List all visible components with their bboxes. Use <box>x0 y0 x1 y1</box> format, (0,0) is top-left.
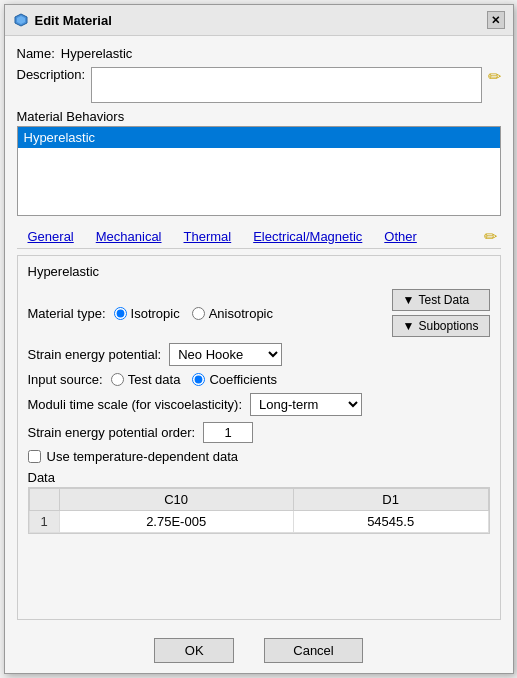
description-edit-icon[interactable]: ✏ <box>488 67 501 86</box>
strain-order-label: Strain energy potential order: <box>28 425 196 440</box>
input-source-label: Input source: <box>28 372 103 387</box>
anisotropic-label: Anisotropic <box>209 306 273 321</box>
description-row: Description: ✏ <box>17 67 501 103</box>
suboptions-label: Suboptions <box>418 319 478 333</box>
tab-general[interactable]: General <box>17 224 85 248</box>
name-value: Hyperelastic <box>61 46 133 61</box>
col-header-num <box>29 489 59 511</box>
bottom-buttons: OK Cancel <box>5 630 513 673</box>
anisotropic-option[interactable]: Anisotropic <box>192 306 273 321</box>
strain-order-input[interactable] <box>203 422 253 443</box>
cell-d1[interactable]: 54545.5 <box>293 511 488 533</box>
data-section-container: Data C10 D1 1 2 <box>28 470 490 534</box>
col-header-c10: C10 <box>59 489 293 511</box>
isotropic-radio[interactable] <box>114 307 127 320</box>
cell-c10[interactable]: 2.75E-005 <box>59 511 293 533</box>
test-data-label: Test Data <box>418 293 469 307</box>
test-data-arrow: ▼ <box>403 293 415 307</box>
description-label: Description: <box>17 67 86 82</box>
input-source-radios: Test data Coefficients <box>111 372 277 387</box>
temp-checkbox-label: Use temperature-dependent data <box>47 449 239 464</box>
coefficients-radio[interactable] <box>192 373 205 386</box>
test-data-option[interactable]: Test data <box>111 372 181 387</box>
material-type-row: Material type: Isotropic Anisotropic ▼ T… <box>28 289 490 337</box>
close-button[interactable]: ✕ <box>487 11 505 29</box>
anisotropic-radio[interactable] <box>192 307 205 320</box>
table-header-row: C10 D1 <box>29 489 488 511</box>
input-source-row: Input source: Test data Coefficients <box>28 372 490 387</box>
temp-checkbox[interactable] <box>28 450 41 463</box>
behaviors-list[interactable]: Hyperelastic <box>17 126 501 216</box>
behavior-item[interactable]: Hyperelastic <box>18 127 500 148</box>
strain-energy-row: Strain energy potential: Neo Hooke Moone… <box>28 343 490 366</box>
strain-order-row: Strain energy potential order: <box>28 422 490 443</box>
behaviors-section: Material Behaviors Hyperelastic <box>17 109 501 216</box>
tab-mechanical[interactable]: Mechanical <box>85 224 173 248</box>
ok-button[interactable]: OK <box>154 638 234 663</box>
isotropic-label: Isotropic <box>131 306 180 321</box>
dialog-icon <box>13 12 29 28</box>
hyperelastic-section: Hyperelastic Material type: Isotropic An… <box>17 255 501 620</box>
title-bar: Edit Material ✕ <box>5 5 513 36</box>
isotropic-option[interactable]: Isotropic <box>114 306 180 321</box>
tab-electrical-magnetic[interactable]: Electrical/Magnetic <box>242 224 373 248</box>
edit-material-dialog: Edit Material ✕ Name: Hyperelastic Descr… <box>4 4 514 674</box>
behaviors-label: Material Behaviors <box>17 109 501 124</box>
suboptions-button[interactable]: ▼ Suboptions <box>392 315 490 337</box>
dialog-body: Name: Hyperelastic Description: ✏ Materi… <box>5 36 513 630</box>
temp-checkbox-row: Use temperature-dependent data <box>28 449 490 464</box>
moduli-row: Moduli time scale (for viscoelasticity):… <box>28 393 490 416</box>
col-header-d1: D1 <box>293 489 488 511</box>
tab-thermal[interactable]: Thermal <box>173 224 243 248</box>
title-bar-left: Edit Material <box>13 12 112 28</box>
test-data-button[interactable]: ▼ Test Data <box>392 289 490 311</box>
suboptions-arrow: ▼ <box>403 319 415 333</box>
data-table-container: C10 D1 1 2.75E-005 54545.5 <box>28 487 490 534</box>
tabs-edit-icon[interactable]: ✏ <box>480 225 501 248</box>
strain-energy-select[interactable]: Neo Hooke Mooney-Rivlin Polynomial Ogden <box>169 343 282 366</box>
right-buttons: ▼ Test Data ▼ Suboptions <box>392 289 490 337</box>
coefficients-option[interactable]: Coefficients <box>192 372 277 387</box>
dialog-title: Edit Material <box>35 13 112 28</box>
cancel-button[interactable]: Cancel <box>264 638 362 663</box>
material-type-radios: Isotropic Anisotropic <box>114 306 273 321</box>
tabs-row: General Mechanical Thermal Electrical/Ma… <box>17 224 501 249</box>
test-data-radio-label: Test data <box>128 372 181 387</box>
description-input[interactable] <box>91 67 481 103</box>
row-number: 1 <box>29 511 59 533</box>
hyperelastic-title: Hyperelastic <box>28 264 490 279</box>
coefficients-label: Coefficients <box>209 372 277 387</box>
name-label: Name: <box>17 46 55 61</box>
moduli-select[interactable]: Long-term Instantaneous <box>250 393 362 416</box>
name-row: Name: Hyperelastic <box>17 46 501 61</box>
data-label: Data <box>28 470 490 485</box>
data-table: C10 D1 1 2.75E-005 54545.5 <box>29 488 489 533</box>
material-type-label: Material type: <box>28 306 106 321</box>
moduli-label: Moduli time scale (for viscoelasticity): <box>28 397 243 412</box>
strain-energy-label: Strain energy potential: <box>28 347 162 362</box>
tab-other[interactable]: Other <box>373 224 428 248</box>
test-data-radio[interactable] <box>111 373 124 386</box>
table-row: 1 2.75E-005 54545.5 <box>29 511 488 533</box>
